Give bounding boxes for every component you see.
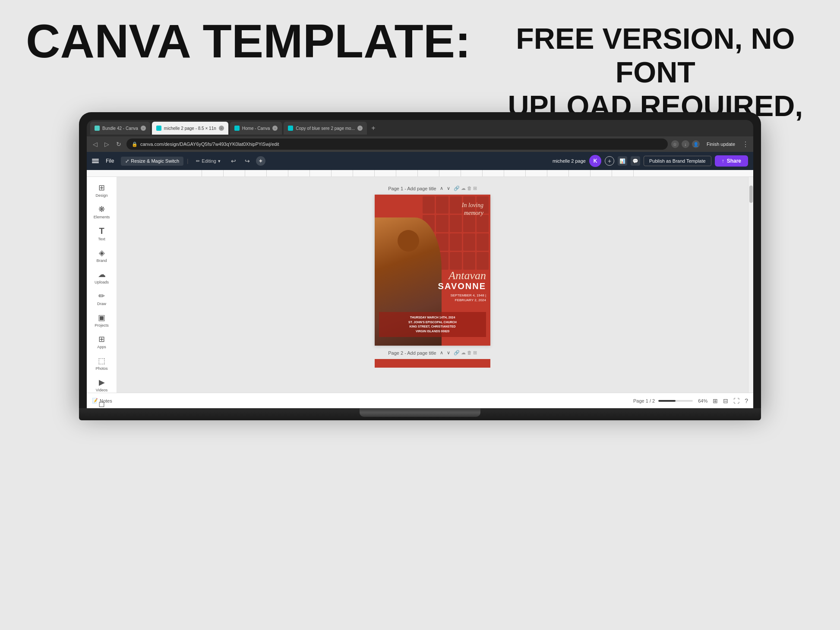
sidebar-item-photos[interactable]: ⬚ Photos bbox=[89, 353, 115, 373]
page2-up-icon[interactable]: ∧ bbox=[440, 350, 443, 356]
scroll-thumb[interactable] bbox=[749, 186, 753, 203]
grid-view-icon[interactable]: ⊟ bbox=[723, 397, 728, 404]
address-bar[interactable]: 🔒 canva.com/design/DAGAY6yQ5fs/7w493qYK0… bbox=[126, 139, 668, 150]
tab-label-4: Copy of blue sere 2 page mo... bbox=[296, 126, 355, 131]
refresh-button[interactable]: ↻ bbox=[114, 140, 123, 148]
tab-bundle42[interactable]: Bundle 42 - Canva × bbox=[90, 122, 150, 135]
elements-icon: ❋ bbox=[98, 205, 105, 214]
service-details: THURSDAY MARCH 14TH, 2024 ST. JOHN'S EPI… bbox=[379, 312, 486, 337]
loving-memory-line2: memory bbox=[375, 209, 483, 217]
bookmark-icon[interactable]: ☆ bbox=[671, 140, 679, 148]
service-line4: VIRGIN ISLANDS 00820 bbox=[382, 329, 483, 334]
share-button[interactable]: ↑ Share bbox=[715, 155, 748, 167]
comment-icon[interactable]: 💬 bbox=[631, 156, 640, 166]
url-text: canva.com/design/DAGAY6yQ5fs/7w493qYK0la… bbox=[140, 142, 279, 147]
canva-main-area: ⊞ Design ❋ Elements T Text ◈ Brand bbox=[87, 177, 753, 393]
page1-down-icon[interactable]: ∨ bbox=[447, 186, 450, 191]
editing-label: Editing bbox=[202, 158, 216, 164]
ruler-marks bbox=[202, 170, 638, 176]
page2-header: Page 2 - Add page title ∧ ∨ 🔗 ☁ 🗑 ⊞ bbox=[388, 350, 477, 356]
uploads-label: Uploads bbox=[95, 280, 109, 284]
forward-button[interactable]: ▷ bbox=[103, 140, 111, 148]
page2-down-icon[interactable]: ∨ bbox=[447, 350, 450, 356]
hamburger-icon[interactable] bbox=[92, 159, 99, 163]
videos-icon: ▶ bbox=[99, 378, 105, 387]
chart-icon[interactable]: 📊 bbox=[618, 156, 627, 166]
service-line3: KING STREET, CHRISTIANSTED bbox=[382, 324, 483, 329]
page2-label: Page 2 - Add page title bbox=[388, 350, 436, 356]
brand-label: Brand bbox=[96, 258, 107, 263]
notes-button[interactable]: 📝 Notes bbox=[92, 398, 112, 403]
tab-home[interactable]: Home - Canva × bbox=[230, 122, 282, 135]
magic-wand-button[interactable]: ✦ bbox=[256, 156, 265, 166]
finish-update-button[interactable]: Finish update bbox=[703, 140, 739, 148]
right-scrollbar[interactable] bbox=[748, 177, 753, 393]
undo-button[interactable]: ↩ bbox=[228, 156, 239, 166]
first-name-text: Antavan bbox=[438, 270, 486, 281]
date1: SEPTEMBER 4, 1948 | bbox=[438, 293, 486, 298]
fit-view-icon[interactable]: ⊞ bbox=[713, 397, 718, 404]
laptop-stand bbox=[360, 408, 480, 417]
draw-icon: ✏ bbox=[98, 291, 105, 301]
sidebar-item-uploads[interactable]: ☁ Uploads bbox=[89, 267, 115, 287]
page-indicator: Page 1 / 2 bbox=[633, 398, 693, 403]
canva-toolbar: File ⤢ Resize & Magic Switch | ✏ Editing… bbox=[87, 152, 753, 170]
resize-label: Resize & Magic Switch bbox=[131, 158, 179, 164]
laptop-base bbox=[79, 408, 761, 420]
download-icon[interactable]: ↓ bbox=[682, 140, 689, 148]
sidebar-item-design[interactable]: ⊞ Design bbox=[89, 180, 115, 200]
sidebar-item-draw[interactable]: ✏ Draw bbox=[89, 289, 115, 309]
profile-icon[interactable]: 👤 bbox=[692, 140, 700, 148]
zoom-level: 64% bbox=[698, 398, 707, 403]
apps-label: Apps bbox=[97, 345, 106, 349]
sidebar-item-brand[interactable]: ◈ Brand bbox=[89, 246, 115, 265]
tab-close-1[interactable]: × bbox=[141, 126, 146, 131]
main-title: CANVA TEMPLATE: bbox=[26, 17, 471, 65]
redo-button[interactable]: ↪ bbox=[242, 156, 253, 166]
tab-close-3[interactable]: × bbox=[272, 126, 278, 131]
browser-more-icon[interactable]: ⋮ bbox=[742, 140, 749, 148]
design-label: Design bbox=[95, 193, 107, 198]
sidebar-item-elements[interactable]: ❋ Elements bbox=[89, 202, 115, 222]
service-line1: THURSDAY MARCH 14TH, 2024 bbox=[382, 315, 483, 320]
fullscreen-icon[interactable]: ⛶ bbox=[733, 397, 739, 404]
back-button[interactable]: ◁ bbox=[91, 140, 99, 148]
sidebar-item-videos[interactable]: ▶ Videos bbox=[89, 375, 115, 395]
videos-label: Videos bbox=[96, 388, 107, 392]
new-tab-button[interactable]: + bbox=[369, 123, 378, 133]
file-menu-button[interactable]: File bbox=[102, 156, 117, 166]
page1-header: Page 1 - Add page title ∧ ∨ 🔗 ☁ 🗑 ⊞ bbox=[388, 186, 477, 191]
tab-michelle[interactable]: michelle 2 page - 8.5 × 11n × bbox=[152, 122, 228, 135]
add-collaborator-button[interactable]: + bbox=[605, 156, 614, 166]
publish-brand-template-button[interactable]: Publish as Brand Template bbox=[644, 156, 711, 166]
canva-sidebar: ⊞ Design ❋ Elements T Text ◈ Brand bbox=[87, 177, 117, 393]
last-name-text: SAVONNE bbox=[438, 281, 486, 291]
design-text-overlay: In loving memory Antavan SAVONNE SEPTEMB… bbox=[375, 195, 490, 346]
design-card-page1[interactable]: In loving memory Antavan SAVONNE SEPTEMB… bbox=[375, 195, 490, 346]
sidebar-item-text[interactable]: T Text bbox=[89, 224, 115, 244]
document-name: michelle 2 page bbox=[553, 158, 586, 164]
editing-chevron: ▾ bbox=[218, 158, 221, 164]
brand-icon: ◈ bbox=[99, 248, 105, 258]
canva-workspace[interactable]: Page 1 - Add page title ∧ ∨ 🔗 ☁ 🗑 ⊞ bbox=[117, 177, 748, 393]
user-avatar: K bbox=[589, 155, 601, 167]
name-area: Antavan SAVONNE SEPTEMBER 4, 1948 | FEBR… bbox=[438, 270, 486, 302]
sidebar-item-projects[interactable]: ▣ Projects bbox=[89, 310, 115, 330]
tab-copy[interactable]: Copy of blue sere 2 page mo... × bbox=[284, 122, 367, 135]
separator-1: | bbox=[187, 158, 188, 164]
tab-close-4[interactable]: × bbox=[357, 126, 363, 131]
tab-close-2[interactable]: × bbox=[219, 126, 224, 131]
sidebar-item-apps[interactable]: ⊞ Apps bbox=[89, 332, 115, 352]
bottom-right-controls: Page 1 / 2 64% ⊞ ⊟ ⛶ ? bbox=[633, 397, 748, 404]
resize-magic-switch-button[interactable]: ⤢ Resize & Magic Switch bbox=[121, 157, 183, 166]
apps-icon: ⊞ bbox=[98, 334, 105, 344]
tab-label-2: michelle 2 page - 8.5 × 11n bbox=[164, 126, 216, 131]
design-background: In loving memory Antavan SAVONNE SEPTEMB… bbox=[375, 195, 490, 346]
uploads-icon: ☁ bbox=[98, 270, 106, 279]
page1-up-icon[interactable]: ∧ bbox=[440, 186, 443, 191]
editing-button[interactable]: ✏ Editing ▾ bbox=[192, 157, 225, 166]
help-icon[interactable]: ? bbox=[745, 397, 748, 404]
page1-icons: 🔗 ☁ 🗑 ⊞ bbox=[454, 186, 477, 191]
ruler bbox=[87, 170, 753, 177]
lock-icon: 🔒 bbox=[132, 142, 138, 147]
